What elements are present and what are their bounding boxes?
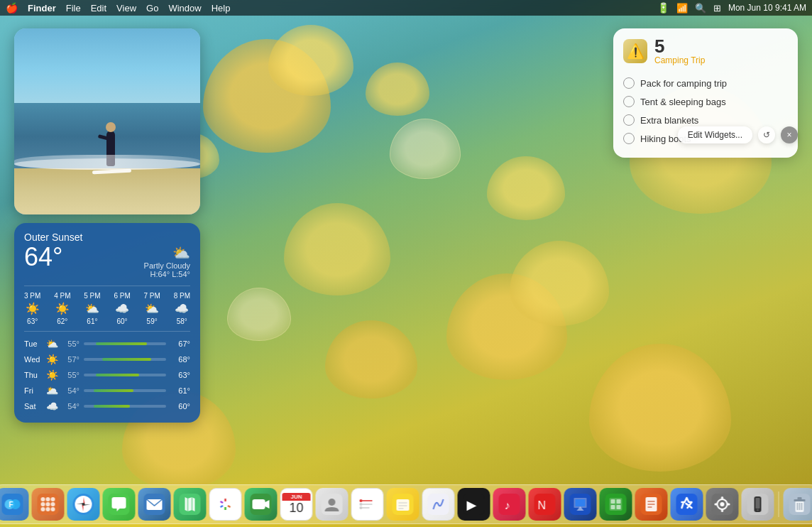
rotate-icon: ↺ [763,130,770,140]
dock-divider [779,491,779,517]
dock-trash[interactable] [784,488,813,521]
svg-rect-62 [611,499,615,504]
svg-point-82 [757,509,759,511]
reminders-items: Pack for camping trip Tent & sleeping ba… [613,71,798,158]
dock-system-preferences[interactable] [706,488,739,521]
svg-point-20 [82,503,85,506]
svg-text:♪: ♪ [505,499,510,511]
forecast-icon-sat: ☁️ [44,401,60,412]
menubar-view[interactable]: View [116,3,136,13]
widget-rotate-button[interactable]: ↺ [758,126,775,143]
svg-rect-86 [798,497,802,500]
reminder-text-1: Pack for camping trip [640,78,727,89]
reminders-app-icon: ⚠️ [623,39,647,63]
dock-pages[interactable] [635,488,668,521]
menubar-help[interactable]: Help [212,3,231,13]
hour-icon-3: ⛅ [85,302,99,315]
dock-freeform[interactable] [422,488,455,521]
weather-hour-5: 7 PM ⛅ 59° [144,292,160,325]
weather-widget: Outer Sunset 64° ⛅ Partly Cloudy H:64° L… [14,223,200,423]
dock-messages[interactable] [103,488,136,521]
reminder-text-3: Extra blankets [640,115,698,126]
menubar-edit[interactable]: Edit [91,3,106,13]
dock-numbers[interactable] [600,488,632,521]
svg-rect-78 [727,504,730,506]
dock-calendar[interactable]: JUN 10 [280,488,313,521]
svg-rect-45 [397,499,410,511]
svg-point-8 [41,502,45,506]
svg-rect-75 [721,496,723,500]
dock-facetime[interactable] [245,488,278,521]
dock-appletv[interactable]: ▶ [458,488,490,521]
reminder-checkbox-2[interactable] [623,96,635,107]
reminders-count-section: 5 Camping Trip [654,37,705,65]
control-center-icon[interactable]: ⊞ [713,3,721,13]
dock: F JUN 10 ▶ [0,484,812,524]
weather-temperature: 64° [24,244,62,270]
apple-menu[interactable]: 🍎 [6,2,18,13]
svg-point-11 [41,507,45,511]
dock-music[interactable]: ♪ [493,488,526,521]
weather-location: Outer Sunset [24,232,190,243]
svg-rect-81 [756,498,760,509]
photo-widget [14,28,200,214]
menubar-right: 🔋 📶 🔍 ⊞ Mon Jun 10 9:41 AM [657,2,806,13]
reminder-checkbox-3[interactable] [623,114,635,126]
svg-rect-65 [617,505,621,509]
dock-contacts[interactable] [316,488,349,521]
dock-maps[interactable] [174,488,207,521]
reminders-header: ⚠️ 5 Camping Trip [613,28,798,71]
menubar-window[interactable]: Window [168,3,201,13]
forecast-sat: Sat ☁️ 54° 60° [24,398,190,414]
menubar: 🍎 Finder File Edit View Go Window Help 🔋… [0,0,812,16]
dock-finder[interactable]: F [0,488,29,521]
svg-text:N: N [538,499,547,511]
menubar-file[interactable]: File [66,3,81,13]
svg-point-43 [360,506,363,509]
weather-hour-3: 5 PM ⛅ 61° [84,292,100,325]
svg-point-6 [46,497,50,501]
hour-icon-1: ☀️ [26,302,40,315]
wifi-icon[interactable]: 📶 [676,3,688,13]
weather-hour-4: 6 PM ☁️ 60° [114,292,130,325]
menubar-finder[interactable]: Finder [28,3,56,13]
battery-icon[interactable]: 🔋 [657,2,669,13]
reminder-item-1: Pack for camping trip [623,74,788,92]
forecast-thu: Thu ☀️ 55° 63° [24,367,190,383]
widget-close-button[interactable]: × [781,126,798,143]
reminders-list-name: Camping Trip [654,55,705,65]
dock-iphone-mirroring[interactable] [742,488,774,521]
dock-photos[interactable] [209,488,242,521]
svg-rect-59 [576,499,586,506]
dock-safari[interactable] [67,488,100,521]
reminder-checkbox-1[interactable] [623,77,635,89]
forecast-fri: Fri 🌥️ 54° 61° [24,383,190,398]
dock-news[interactable]: N [529,488,561,521]
forecast-wed: Wed ☀️ 57° 68° [24,352,190,367]
forecast-icon-tue: ⛅ [44,338,60,349]
dock-mail[interactable] [138,488,171,521]
search-icon[interactable]: 🔍 [695,3,706,13]
svg-line-31 [221,501,223,503]
dock-reminders[interactable] [351,488,384,521]
svg-point-13 [51,507,55,511]
svg-point-42 [360,503,363,506]
edit-widgets-button[interactable]: Edit Widgets... [678,126,752,143]
weather-hour-2: 4 PM ☀️ 62° [54,292,70,325]
menubar-left: 🍎 Finder File Edit View Go Window Help [6,2,230,13]
svg-point-9 [46,502,50,506]
svg-point-36 [329,499,336,506]
forecast-tue: Tue ⛅ 55° 67° [24,336,190,352]
menubar-go[interactable]: Go [146,3,158,13]
dock-launchpad[interactable] [32,488,65,521]
svg-rect-64 [611,505,615,509]
reminder-checkbox-4[interactable] [623,133,635,144]
dock-keynote[interactable] [564,488,597,521]
reminders-count: 5 [654,37,705,55]
weather-condition: ⛅ Partly Cloudy H:64° L:54° [144,244,190,278]
weather-forecast: Tue ⛅ 55° 67° Wed ☀️ 57° 68° Thu ☀️ 55° … [24,331,190,414]
calendar-month: JUN [282,493,311,501]
dock-notes[interactable] [387,488,419,521]
dock-appstore[interactable] [671,488,703,521]
svg-point-5 [41,497,45,501]
